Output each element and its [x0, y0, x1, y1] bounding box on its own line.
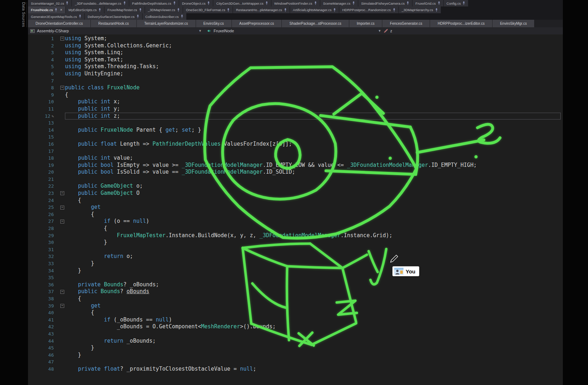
tab-TerrainLayerRandomizer.cs[interactable]: TerrainLayerRandomizer.cs	[137, 20, 196, 27]
fold-margin[interactable]: −	[54, 204, 65, 211]
tab-RestaurantHo...pleManager.cs[interactable]: RestaurantHo...pleManager.cs	[233, 6, 289, 13]
code-line[interactable]: 17	[28, 148, 563, 155]
fold-margin[interactable]: −	[54, 190, 65, 197]
tab-FruxelNode.cs[interactable]: FruxelNode.cs×	[28, 6, 65, 13]
fold-margin[interactable]: −	[54, 302, 65, 310]
code-line[interactable]: 33 }	[28, 260, 563, 267]
code-line[interactable]: 21	[28, 176, 563, 183]
tab-DroneObject.cs[interactable]: DroneObject.cs	[179, 0, 213, 6]
code-line[interactable]: 37− public Bounds? oBounds	[28, 288, 563, 295]
code-line[interactable]: 14 public FruxelNode Parent { get; set; …	[28, 127, 563, 134]
code-line[interactable]: 41 if (_oBounds == null)	[28, 316, 563, 324]
code-line[interactable]: 1−using System;	[28, 35, 563, 42]
tab-HDRPPostproc...izerEditor.cs[interactable]: HDRPPostproc...izerEditor.cs	[430, 20, 492, 27]
tab-Generator2ExportMapTools.cs[interactable]: Generator2ExportMapTools.cs	[28, 13, 84, 20]
collapse-icon[interactable]: −	[60, 37, 64, 41]
code-line[interactable]: 32 return o;	[28, 253, 563, 260]
code-line[interactable]: 39− get	[28, 302, 563, 310]
tab-FencesGenerator.cs[interactable]: FencesGenerator.cs	[382, 20, 430, 27]
code-line[interactable]: 13	[28, 119, 563, 127]
code-line[interactable]: 47	[28, 358, 563, 366]
type-dropdown[interactable]: FruxelNode ▼	[204, 27, 383, 34]
code-line[interactable]: 26 {	[28, 211, 563, 218]
tab-_3DFoundatio...delManager.cs[interactable]: _3DFoundatio...delManager.cs	[72, 0, 129, 6]
code-line[interactable]: 45 }	[28, 344, 563, 352]
tab-SceneManager_02.cs[interactable]: SceneManager_02.cs	[28, 0, 71, 6]
tab-CollisionSubscriber.cs[interactable]: CollisionSubscriber.cs	[143, 13, 186, 20]
code-line[interactable]: 43	[28, 330, 563, 338]
code-line[interactable]: 11 public int y;	[28, 105, 563, 113]
code-line[interactable]: 10 public int x;	[28, 98, 563, 105]
code-line[interactable]: 12✎ public int z;	[28, 113, 563, 120]
code-line[interactable]: 38 {	[28, 295, 563, 302]
tab-ShaderPackage...stProcessor.cs[interactable]: ShaderPackage...stProcessor.cs	[282, 20, 349, 27]
code-line[interactable]: 25− get	[28, 204, 563, 211]
code-line[interactable]: 9{	[28, 91, 563, 99]
tab-SimulatedFisheyeCamera.cs[interactable]: SimulatedFisheyeCamera.cs	[358, 0, 412, 6]
collapse-icon[interactable]: −	[60, 220, 64, 224]
code-line[interactable]: 34 }	[28, 267, 563, 274]
tab-WindowPositionFinder.cs[interactable]: WindowPositionFinder.cs	[271, 0, 320, 6]
code-line[interactable]: 5using System.Threading.Tasks;	[28, 63, 563, 70]
code-line[interactable]: 20 public bool IsSolid => value == _3DFo…	[28, 169, 563, 176]
code-line[interactable]: 24 {	[28, 197, 563, 204]
code-line[interactable]: 19 public bool IsEmpty => value >= _3DFo…	[28, 162, 563, 169]
code-line[interactable]: 15	[28, 133, 563, 141]
code-line[interactable]: 40 {	[28, 309, 563, 316]
fold-margin[interactable]: −	[54, 218, 65, 225]
code-line[interactable]: 27− if (o == null)	[28, 218, 563, 225]
tab-FruxelGrid.cs[interactable]: FruxelGrid.cs	[412, 0, 443, 6]
fold-margin[interactable]: −	[54, 84, 65, 91]
tab-EnviroSky.cs[interactable]: EnviroSky.cs	[196, 20, 232, 27]
code-line[interactable]: 7	[28, 78, 563, 85]
tab-Importer.cs[interactable]: Importer.cs	[349, 20, 382, 27]
code-line[interactable]: 18 public int value;	[28, 155, 563, 162]
side-tab-data-sources[interactable]: Data Sources	[20, 2, 27, 27]
code-line[interactable]: 23− public GameObject O	[28, 190, 563, 197]
fold-margin[interactable]: −	[54, 35, 65, 42]
code-line[interactable]: 36 private Bounds? _oBounds;	[28, 281, 563, 288]
tab-DroneOrientationController.cs[interactable]: DroneOrientationController.cs	[28, 20, 90, 27]
tab-RestaurantHook.cs[interactable]: RestaurantHook.cs	[91, 20, 136, 27]
close-icon[interactable]: ×	[60, 8, 62, 12]
code-line[interactable]: 22 public GameObject o;	[28, 183, 563, 190]
code-line[interactable]: 2using System.Collections.Generic;	[28, 42, 563, 50]
code-line[interactable]: 16 public float Length => PathfinderDept…	[28, 141, 563, 148]
tab-_3DMapHierarchy.cs[interactable]: _3DMapHierarchy.cs	[399, 6, 441, 13]
tab-PathfinderDepthValues.cs[interactable]: PathfinderDepthValues.cs	[129, 0, 179, 6]
code-line[interactable]: 6using UnityEngine;	[28, 70, 563, 78]
fold-margin[interactable]: −	[54, 288, 65, 295]
tab-OneSec3D_FileFormat.cs[interactable]: OneSec3D_FileFormat.cs	[183, 6, 233, 13]
tab-ArtificialLightsManager.cs[interactable]: ArtificialLightsManager.cs	[290, 6, 339, 13]
tab-CityGen3DGen...torWrapper.cs[interactable]: CityGen3DGen...torWrapper.cs	[213, 0, 271, 6]
code-line[interactable]: 35	[28, 274, 563, 281]
code-line[interactable]: 44 return _oBounds;	[28, 338, 563, 345]
tab-_3DMapViewer.cs[interactable]: _3DMapViewer.cs	[145, 6, 183, 13]
tab-MyEditorScripts.cs[interactable]: MyEditorScripts.cs	[66, 6, 104, 13]
project-dropdown[interactable]: Assembly-CSharp ▼	[28, 27, 204, 34]
code-line[interactable]: 30 }	[28, 239, 563, 246]
collapse-icon[interactable]: −	[60, 304, 64, 308]
code-line[interactable]: 31	[28, 246, 563, 253]
tab-DeliverySurfaceClassHelper.cs[interactable]: DeliverySurfaceClassHelper.cs	[85, 13, 142, 20]
tab-HDRPPostproc...Randomizer.cs[interactable]: HDRPPostproc...Randomizer.cs	[339, 6, 398, 13]
tab-FruxelMapTester.cs[interactable]: FruxelMapTester.cs	[104, 6, 144, 13]
member-dropdown[interactable]: z	[383, 28, 543, 33]
code-line[interactable]: 29 FruxelMapTester.Instance.BuildNode(x,…	[28, 232, 563, 239]
collapse-icon[interactable]: −	[60, 86, 64, 90]
code-line[interactable]: 3using System.Linq;	[28, 49, 563, 56]
code-line[interactable]: 4using System.Text;	[28, 56, 563, 64]
collapse-icon[interactable]: −	[60, 191, 64, 195]
tab-Config.cs[interactable]: Config.cs	[444, 0, 468, 6]
collapse-icon[interactable]: −	[60, 290, 64, 294]
code-line[interactable]: 8−public class FruxelNode	[28, 84, 563, 91]
code-editor[interactable]: 1−using System;2using System.Collections…	[28, 34, 563, 385]
tab-SceneManager.cs[interactable]: SceneManager.cs	[320, 0, 358, 6]
tab-AssetPreprocessor.cs[interactable]: AssetPreprocessor.cs	[232, 20, 282, 27]
code-line[interactable]: 46 }	[28, 352, 563, 359]
code-line[interactable]: 42 _oBounds = O.GetComponent<MeshRendere…	[28, 323, 563, 330]
code-line[interactable]: 48 private float? _proximityToClosestObs…	[28, 366, 563, 373]
collapse-icon[interactable]: −	[60, 206, 64, 210]
tab-EnviroSkyMgr.cs[interactable]: EnviroSkyMgr.cs	[493, 20, 534, 27]
code-line[interactable]: 28 {	[28, 225, 563, 232]
